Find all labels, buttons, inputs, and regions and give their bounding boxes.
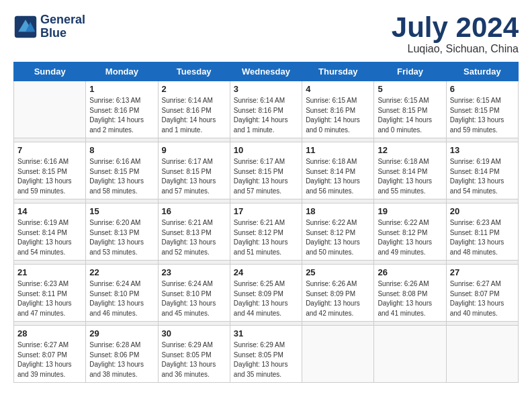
weekday-header-wednesday: Wednesday — [230, 62, 302, 81]
day-number: 14 — [17, 206, 82, 216]
day-number: 13 — [450, 145, 515, 155]
day-number: 27 — [450, 267, 515, 277]
calendar-cell: 18Sunrise: 6:22 AM Sunset: 8:12 PM Dayli… — [302, 203, 374, 261]
logo: General Blue — [13, 13, 85, 40]
day-info: Sunrise: 6:15 AM Sunset: 8:15 PM Dayligh… — [378, 96, 442, 135]
calendar-cell: 25Sunrise: 6:26 AM Sunset: 8:09 PM Dayli… — [302, 265, 374, 322]
calendar-week-row: 14Sunrise: 6:19 AM Sunset: 8:14 PM Dayli… — [14, 203, 519, 261]
day-number: 28 — [17, 328, 82, 338]
day-number: 7 — [17, 145, 82, 155]
calendar-cell: 24Sunrise: 6:25 AM Sunset: 8:09 PM Dayli… — [230, 265, 302, 322]
day-info: Sunrise: 6:16 AM Sunset: 8:15 PM Dayligh… — [17, 157, 82, 196]
calendar-cell: 4Sunrise: 6:15 AM Sunset: 8:16 PM Daylig… — [302, 81, 374, 138]
weekday-header-friday: Friday — [374, 62, 446, 81]
day-info: Sunrise: 6:26 AM Sunset: 8:08 PM Dayligh… — [378, 279, 442, 318]
day-number: 16 — [162, 206, 226, 216]
day-info: Sunrise: 6:13 AM Sunset: 8:16 PM Dayligh… — [89, 96, 154, 135]
logo-line2: Blue — [40, 27, 85, 40]
day-info: Sunrise: 6:26 AM Sunset: 8:09 PM Dayligh… — [306, 279, 370, 318]
day-number: 20 — [450, 206, 515, 216]
day-info: Sunrise: 6:27 AM Sunset: 8:07 PM Dayligh… — [450, 279, 515, 318]
day-number: 10 — [234, 145, 298, 155]
calendar-week-row: 7Sunrise: 6:16 AM Sunset: 8:15 PM Daylig… — [14, 142, 519, 199]
calendar-cell: 10Sunrise: 6:17 AM Sunset: 8:15 PM Dayli… — [230, 142, 302, 199]
calendar-cell: 21Sunrise: 6:23 AM Sunset: 8:11 PM Dayli… — [14, 265, 86, 322]
calendar-week-row: 21Sunrise: 6:23 AM Sunset: 8:11 PM Dayli… — [14, 265, 519, 322]
calendar-cell: 5Sunrise: 6:15 AM Sunset: 8:15 PM Daylig… — [374, 81, 446, 138]
day-number: 11 — [306, 145, 370, 155]
day-info: Sunrise: 6:19 AM Sunset: 8:14 PM Dayligh… — [450, 157, 515, 196]
day-info: Sunrise: 6:15 AM Sunset: 8:15 PM Dayligh… — [450, 96, 515, 135]
day-info: Sunrise: 6:27 AM Sunset: 8:07 PM Dayligh… — [17, 340, 82, 379]
day-number: 3 — [234, 84, 298, 94]
day-number: 6 — [450, 84, 515, 94]
month-title: July 2024 — [392, 13, 519, 42]
calendar-cell — [302, 326, 374, 383]
calendar-cell: 14Sunrise: 6:19 AM Sunset: 8:14 PM Dayli… — [14, 203, 86, 261]
calendar: SundayMondayTuesdayWednesdayThursdayFrid… — [13, 62, 519, 383]
day-number: 12 — [378, 145, 442, 155]
day-info: Sunrise: 6:22 AM Sunset: 8:12 PM Dayligh… — [378, 218, 442, 257]
day-info: Sunrise: 6:23 AM Sunset: 8:11 PM Dayligh… — [17, 279, 82, 318]
day-info: Sunrise: 6:15 AM Sunset: 8:16 PM Dayligh… — [306, 96, 370, 135]
day-info: Sunrise: 6:29 AM Sunset: 8:05 PM Dayligh… — [162, 340, 226, 379]
calendar-cell: 28Sunrise: 6:27 AM Sunset: 8:07 PM Dayli… — [14, 326, 86, 383]
day-number: 19 — [378, 206, 442, 216]
day-number: 30 — [162, 328, 226, 338]
day-number: 9 — [162, 145, 226, 155]
day-number: 22 — [89, 267, 154, 277]
calendar-cell — [374, 326, 446, 383]
calendar-cell: 16Sunrise: 6:21 AM Sunset: 8:13 PM Dayli… — [158, 203, 230, 261]
day-info: Sunrise: 6:20 AM Sunset: 8:13 PM Dayligh… — [89, 218, 154, 257]
calendar-cell: 20Sunrise: 6:23 AM Sunset: 8:11 PM Dayli… — [446, 203, 518, 261]
calendar-cell: 6Sunrise: 6:15 AM Sunset: 8:15 PM Daylig… — [446, 81, 518, 138]
logo-line1: General — [40, 13, 85, 27]
weekday-header-thursday: Thursday — [302, 62, 374, 81]
day-info: Sunrise: 6:28 AM Sunset: 8:06 PM Dayligh… — [89, 340, 154, 379]
day-info: Sunrise: 6:17 AM Sunset: 8:15 PM Dayligh… — [162, 157, 226, 196]
day-info: Sunrise: 6:18 AM Sunset: 8:14 PM Dayligh… — [378, 157, 442, 196]
weekday-header-monday: Monday — [86, 62, 158, 81]
calendar-cell: 31Sunrise: 6:29 AM Sunset: 8:05 PM Dayli… — [230, 326, 302, 383]
day-info: Sunrise: 6:25 AM Sunset: 8:09 PM Dayligh… — [234, 279, 298, 318]
header: General Blue July 2024 Luqiao, Sichuan, … — [13, 13, 519, 55]
calendar-cell: 22Sunrise: 6:24 AM Sunset: 8:10 PM Dayli… — [86, 265, 158, 322]
day-info: Sunrise: 6:23 AM Sunset: 8:11 PM Dayligh… — [450, 218, 515, 257]
day-number: 25 — [306, 267, 370, 277]
calendar-cell: 12Sunrise: 6:18 AM Sunset: 8:14 PM Dayli… — [374, 142, 446, 199]
calendar-cell: 7Sunrise: 6:16 AM Sunset: 8:15 PM Daylig… — [14, 142, 86, 199]
day-number: 29 — [89, 328, 154, 338]
day-number: 26 — [378, 267, 442, 277]
day-info: Sunrise: 6:21 AM Sunset: 8:12 PM Dayligh… — [234, 218, 298, 257]
day-info: Sunrise: 6:16 AM Sunset: 8:15 PM Dayligh… — [89, 157, 154, 196]
calendar-cell: 26Sunrise: 6:26 AM Sunset: 8:08 PM Dayli… — [374, 265, 446, 322]
day-number: 18 — [306, 206, 370, 216]
weekday-header-saturday: Saturday — [446, 62, 518, 81]
day-info: Sunrise: 6:19 AM Sunset: 8:14 PM Dayligh… — [17, 218, 82, 257]
calendar-week-row: 1Sunrise: 6:13 AM Sunset: 8:16 PM Daylig… — [14, 81, 519, 138]
day-info: Sunrise: 6:17 AM Sunset: 8:15 PM Dayligh… — [234, 157, 298, 196]
day-number: 21 — [17, 267, 82, 277]
day-number: 15 — [89, 206, 154, 216]
calendar-cell: 11Sunrise: 6:18 AM Sunset: 8:14 PM Dayli… — [302, 142, 374, 199]
logo-icon — [13, 15, 38, 39]
day-number: 24 — [234, 267, 298, 277]
day-info: Sunrise: 6:14 AM Sunset: 8:16 PM Dayligh… — [234, 96, 298, 135]
day-info: Sunrise: 6:24 AM Sunset: 8:10 PM Dayligh… — [89, 279, 154, 318]
calendar-cell: 2Sunrise: 6:14 AM Sunset: 8:16 PM Daylig… — [158, 81, 230, 138]
calendar-cell — [14, 81, 86, 138]
day-info: Sunrise: 6:14 AM Sunset: 8:16 PM Dayligh… — [162, 96, 226, 135]
day-number: 2 — [162, 84, 226, 94]
calendar-cell: 30Sunrise: 6:29 AM Sunset: 8:05 PM Dayli… — [158, 326, 230, 383]
calendar-cell: 23Sunrise: 6:24 AM Sunset: 8:10 PM Dayli… — [158, 265, 230, 322]
location-title: Luqiao, Sichuan, China — [392, 43, 519, 55]
day-info: Sunrise: 6:22 AM Sunset: 8:12 PM Dayligh… — [306, 218, 370, 257]
calendar-cell: 27Sunrise: 6:27 AM Sunset: 8:07 PM Dayli… — [446, 265, 518, 322]
day-number: 4 — [306, 84, 370, 94]
calendar-cell: 8Sunrise: 6:16 AM Sunset: 8:15 PM Daylig… — [86, 142, 158, 199]
weekday-header-sunday: Sunday — [14, 62, 86, 81]
calendar-cell — [446, 326, 518, 383]
day-number: 17 — [234, 206, 298, 216]
day-number: 5 — [378, 84, 442, 94]
calendar-cell: 3Sunrise: 6:14 AM Sunset: 8:16 PM Daylig… — [230, 81, 302, 138]
